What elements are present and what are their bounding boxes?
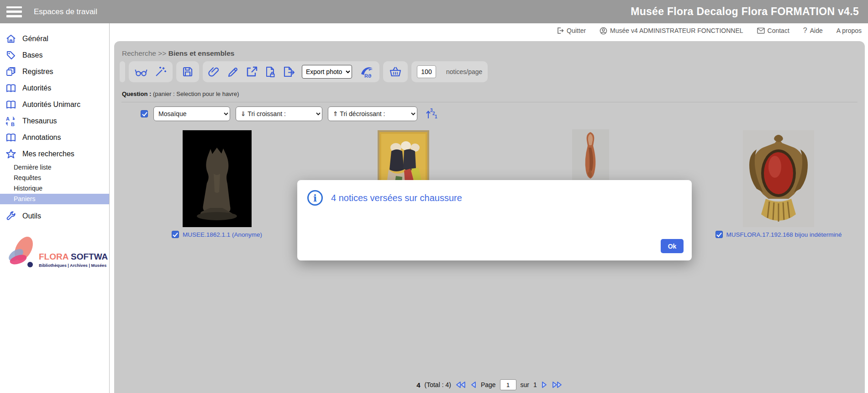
- external-link-icon[interactable]: [246, 66, 258, 78]
- quitter-label: Quitter: [567, 27, 586, 34]
- workspace-label: Espaces de travail: [34, 7, 97, 16]
- result-thumbnail-object[interactable]: [572, 129, 609, 181]
- breadcrumb: Recherche >> Biens et ensembles: [122, 49, 234, 58]
- ok-button[interactable]: Ok: [661, 239, 684, 253]
- next-page-icon[interactable]: [541, 381, 547, 388]
- result-count: 4: [416, 381, 420, 389]
- breadcrumb-page: Biens et ensembles: [168, 49, 235, 57]
- sidebar-label: Mes recherches: [22, 150, 74, 158]
- sidebar-label: Outils: [22, 212, 41, 220]
- result-caption-row: MUSEE.1862.1.1 (Anonyme): [172, 231, 262, 238]
- result-caption[interactable]: MUSEE.1862.1.1 (Anonyme): [183, 231, 262, 238]
- toolbar-separator: [120, 61, 125, 82]
- page-label: Page: [481, 381, 496, 388]
- sidebar-item-registres[interactable]: Registres: [0, 64, 109, 80]
- aide-label: Aide: [810, 27, 823, 34]
- sort-ascending-select[interactable]: ⇓ Tri croissant :: [236, 106, 322, 121]
- logout-icon: [557, 27, 564, 34]
- wrench-icon: [5, 211, 16, 222]
- sidebar-item-thesaurus[interactable]: AB Thesaurus: [0, 113, 109, 129]
- book-icon: [5, 132, 16, 143]
- sidebar-item-autorites[interactable]: Autorités: [0, 80, 109, 96]
- contact-link[interactable]: Contact: [757, 27, 789, 34]
- result-checkbox[interactable]: [715, 231, 723, 238]
- page-number-input[interactable]: [500, 379, 516, 390]
- document-lock-icon[interactable]: [264, 66, 276, 78]
- sidebar-subitem-historique[interactable]: Historique: [0, 183, 109, 194]
- sidebar-item-bases[interactable]: Bases: [0, 47, 109, 64]
- sidebar-subitem-requetes[interactable]: Requêtes: [0, 173, 109, 183]
- magic-wand-icon[interactable]: [154, 66, 167, 78]
- sort-descending-select[interactable]: ⇑ Tri décroissant :: [328, 106, 417, 121]
- notification-dialog: i 4 notices versées sur chaussure Ok: [297, 180, 692, 260]
- copies-icon: [5, 66, 16, 77]
- result-checkbox[interactable]: [172, 231, 179, 238]
- sidebar: Général Bases Registres Autorités Autori…: [0, 23, 110, 393]
- sidebar-label: Thesaurus: [22, 117, 57, 125]
- sidebar-item-mes-recherches[interactable]: Mes recherches: [0, 146, 109, 162]
- star-icon: [5, 149, 16, 159]
- re-swoosh-icon[interactable]: RƏ: [358, 65, 374, 79]
- result-caption[interactable]: MUSFLORA.17.192.168 bijou indéterminé: [726, 231, 842, 238]
- document-export-icon[interactable]: [283, 66, 295, 78]
- toolbar-group-view: [129, 61, 173, 82]
- home-icon: [5, 33, 16, 44]
- sidebar-item-autorites-unimarc[interactable]: Autorités Unimarc: [0, 96, 109, 113]
- info-icon: i: [307, 190, 323, 206]
- export-select[interactable]: Export photo: [302, 65, 352, 79]
- question-line: Question : (panier : Selection pour le h…: [122, 90, 239, 97]
- question-value: (panier : Selection pour le havre): [153, 90, 239, 97]
- result-thumbnail-eagle-brooch[interactable]: [743, 130, 814, 227]
- svg-text:RƏ: RƏ: [364, 73, 371, 79]
- page-size-input[interactable]: [417, 65, 436, 78]
- user-label: Musée v4 ADMINISTRATEUR FONCTIONNEL: [610, 27, 743, 34]
- result-thumbnail-cat-statue[interactable]: [183, 130, 252, 227]
- hamburger-menu-icon[interactable]: [6, 6, 22, 17]
- sidebar-label: Général: [22, 35, 48, 43]
- breadcrumb-section: Recherche >>: [122, 49, 168, 57]
- select-all-checkbox[interactable]: [141, 110, 148, 117]
- svg-text:Bibliothèques | Archives | Mus: Bibliothèques | Archives | Musées: [39, 263, 106, 268]
- sort-order-icon[interactable]: 321: [425, 107, 437, 120]
- sidebar-item-general[interactable]: Général: [0, 31, 109, 47]
- book-icon: [5, 83, 16, 94]
- result-caption-row: MUSFLORA.17.192.168 bijou indéterminé: [715, 231, 842, 238]
- last-page-icon[interactable]: [552, 381, 563, 388]
- sidebar-item-outils[interactable]: Outils: [0, 208, 109, 224]
- page-size-label: notices/page: [446, 68, 482, 75]
- paperclip-icon[interactable]: [208, 66, 221, 78]
- sidebar-label: Annotations: [22, 133, 61, 142]
- user-account-link[interactable]: Musée v4 ADMINISTRATEUR FONCTIONNEL: [600, 27, 743, 35]
- glasses-icon[interactable]: [134, 66, 148, 78]
- app-title: Musée Flora Decalog Flora FORMATION v4.5: [631, 5, 859, 18]
- first-page-icon[interactable]: [455, 381, 466, 388]
- previous-page-icon[interactable]: [470, 381, 477, 388]
- content-panel: Recherche >> Biens et ensembles: [114, 41, 865, 393]
- question-mark-icon: ?: [803, 27, 807, 35]
- apropos-link[interactable]: A propos: [836, 27, 862, 34]
- sidebar-label: Autorités: [22, 84, 51, 92]
- aide-link[interactable]: ? Aide: [803, 27, 823, 35]
- quitter-link[interactable]: Quitter: [557, 27, 586, 34]
- pencil-icon[interactable]: [227, 66, 239, 78]
- mail-icon: [757, 27, 765, 34]
- flora-software-logo: FLORA SOFTWARE Bibliothèques | Archives …: [4, 231, 108, 277]
- sort-alpha-icon: AB: [5, 116, 16, 127]
- sidebar-subitem-derniere-liste[interactable]: Dernière liste: [0, 162, 109, 173]
- question-label: Question :: [122, 90, 151, 97]
- save-icon[interactable]: [182, 66, 194, 78]
- sur-label: sur: [521, 381, 529, 388]
- view-mode-select[interactable]: Mosaïque: [153, 106, 230, 121]
- toolbar-group-pagesize: notices/page: [411, 61, 488, 82]
- book-icon: [5, 99, 16, 110]
- sidebar-subitem-paniers[interactable]: Paniers: [0, 194, 109, 204]
- pagination-bar: 4 (Total : 4) Page sur 1: [114, 379, 865, 390]
- sidebar-item-annotations[interactable]: Annotations: [0, 129, 109, 146]
- toolbar-group-basket: [383, 61, 408, 82]
- svg-text:A: A: [6, 116, 10, 122]
- sort-bar: Mosaïque ⇓ Tri croissant : ⇑ Tri décrois…: [141, 106, 437, 122]
- basket-icon[interactable]: [389, 65, 402, 78]
- result-item-1: MUSEE.1862.1.1 (Anonyme): [142, 130, 292, 238]
- sidebar-label: Autorités Unimarc: [22, 101, 80, 109]
- svg-text:FLORA SOFTWARE: FLORA SOFTWARE: [39, 252, 108, 261]
